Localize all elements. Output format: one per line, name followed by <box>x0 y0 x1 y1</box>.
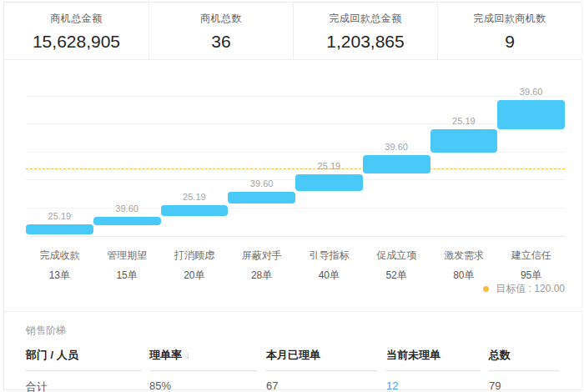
sales-ladder-section: 销售阶梯 部门 / 人员 理单率↓ 本月已理单 当前未理单 总数 合计 85% … <box>4 311 581 391</box>
kpi-value: 9 <box>438 32 581 52</box>
cell-handled: 67 <box>266 371 378 392</box>
kpi-value: 15,628,905 <box>4 32 149 52</box>
column-header-handled: 本月已理单 <box>266 348 378 371</box>
kpi-card-payment-count: 完成回款商机数 9 <box>437 3 581 59</box>
stage-bar-value-label: 25.19 <box>430 116 498 126</box>
column-header-total: 总数 <box>489 348 559 371</box>
stage-bar-value-label: 25.19 <box>295 161 363 171</box>
crm-sales-dashboard: 商机总金额 15,628,905 商机总数 36 完成回款总金额 1,203,8… <box>3 2 582 390</box>
kpi-value: 36 <box>149 32 293 52</box>
target-legend-item[interactable]: 目标值 : 120.00 <box>483 282 565 296</box>
gridline <box>26 96 565 97</box>
stage-bar[interactable] <box>295 174 363 191</box>
chart-category-label: 屏蔽对手28单 <box>228 249 295 283</box>
stage-count: 52单 <box>363 269 430 283</box>
stage-bar[interactable] <box>93 217 161 225</box>
stage-count: 15单 <box>93 269 161 283</box>
stage-bar-value-label: 39.60 <box>93 204 161 214</box>
stage-bar[interactable] <box>26 224 93 234</box>
stage-name: 激发需求 <box>430 249 498 263</box>
kpi-label: 商机总金额 <box>4 12 149 26</box>
target-legend-dot-icon <box>483 286 489 292</box>
kpi-card-payment-amount: 完成回款总金额 1,203,865 <box>293 3 437 59</box>
stage-name: 管理期望 <box>93 249 161 263</box>
kpi-label: 完成回款总金额 <box>294 12 437 26</box>
stage-bar-value-label: 39.60 <box>228 178 295 188</box>
stage-name: 促成立项 <box>363 249 430 263</box>
kpi-card-opportunity-amount: 商机总金额 15,628,905 <box>4 3 149 59</box>
column-header-department: 部门 / 人员 <box>26 348 141 371</box>
chart-category-label: 建立信任95单 <box>497 249 565 283</box>
stage-name: 完成收款 <box>26 249 93 263</box>
cell-pending-link[interactable]: 12 <box>386 371 481 392</box>
cell-department: 合计 <box>26 371 141 392</box>
stage-bar-value-label: 39.60 <box>363 142 430 152</box>
chart-category-label: 管理期望15单 <box>93 249 161 283</box>
chart-category-label: 打消顾虑20单 <box>161 249 229 283</box>
chart-category-label: 激发需求80单 <box>430 249 498 283</box>
stage-count: 20单 <box>161 269 229 283</box>
column-header-pending: 当前未理单 <box>386 348 481 371</box>
stage-count: 95单 <box>497 269 565 283</box>
stage-name: 打消顾虑 <box>161 249 229 263</box>
stage-bar[interactable] <box>430 129 498 153</box>
stage-bar[interactable] <box>497 100 565 129</box>
stage-name: 屏蔽对手 <box>228 249 295 263</box>
stage-bar[interactable] <box>363 155 430 173</box>
section-title: 销售阶梯 <box>26 324 560 338</box>
chart-plot-area: 25.1939.6025.1939.6025.1939.6025.1939.60 <box>26 98 565 237</box>
cell-rate: 85% <box>149 371 258 392</box>
sort-desc-icon[interactable]: ↓ <box>185 349 190 361</box>
stage-bar-value-label: 25.19 <box>161 192 229 202</box>
stage-name: 引导指标 <box>295 249 363 263</box>
stage-bar[interactable] <box>228 192 295 204</box>
chart-category-label: 促成立项52单 <box>363 249 430 283</box>
stage-bar[interactable] <box>161 205 229 216</box>
stage-count: 40单 <box>295 269 363 283</box>
kpi-summary-row: 商机总金额 15,628,905 商机总数 36 完成回款总金额 1,203,8… <box>4 3 581 60</box>
kpi-label: 完成回款商机数 <box>438 12 581 26</box>
chart-category-label: 完成收款13单 <box>26 249 93 283</box>
chart-category-axis: 完成收款13单管理期望15单打消顾虑20单屏蔽对手28单引导指标40单促成立项5… <box>26 249 565 283</box>
stage-name: 建立信任 <box>497 249 565 263</box>
kpi-value: 1,203,865 <box>294 32 437 52</box>
stage-count: 13单 <box>26 269 93 283</box>
cell-total: 79 <box>489 371 559 392</box>
stage-count: 28单 <box>228 269 295 283</box>
kpi-card-opportunity-count: 商机总数 36 <box>149 3 293 59</box>
kpi-label: 商机总数 <box>149 12 293 26</box>
table-row-total: 合计 85% 67 12 79 <box>26 371 560 392</box>
stage-bar-value-label: 39.60 <box>497 87 565 97</box>
table-header-row: 部门 / 人员 理单率↓ 本月已理单 当前未理单 总数 <box>26 348 560 371</box>
column-header-rate-sortable[interactable]: 理单率↓ <box>149 348 258 371</box>
stage-bar-value-label: 25.19 <box>26 211 93 221</box>
target-legend-label: 目标值 : 120.00 <box>496 282 565 296</box>
stage-count: 80单 <box>430 269 498 283</box>
sales-stage-chart: 25.1939.6025.1939.6025.1939.6025.1939.60… <box>4 61 581 311</box>
chart-category-label: 引导指标40单 <box>295 249 363 283</box>
